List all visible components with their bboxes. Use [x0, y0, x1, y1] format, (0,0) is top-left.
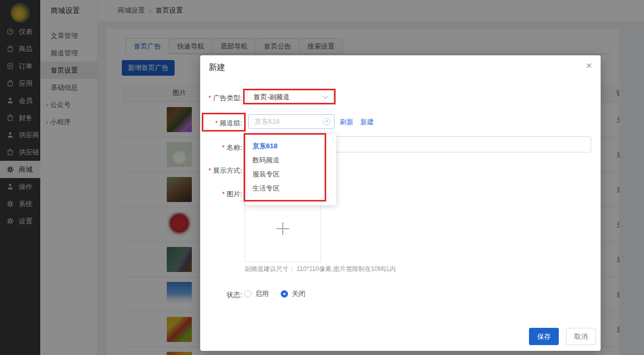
- cancel-button[interactable]: 取消: [566, 328, 596, 345]
- upload-hint: 副频道建议尺寸： 110*110像素,图片需限制在10M以内: [245, 265, 396, 274]
- chevron-down-icon: [323, 94, 328, 99]
- dropdown-option-clothing[interactable]: 服装专区: [246, 167, 336, 181]
- radio-icon: [244, 290, 251, 298]
- dropdown-option-jd618[interactable]: 京东618: [246, 139, 336, 153]
- display-mode-label: 展示方式:: [200, 166, 242, 175]
- channel-group-actions: 刷新 新建: [340, 115, 374, 129]
- clear-input-icon[interactable]: ✕: [323, 118, 330, 125]
- app-root: 仪表 商品 订单 应用 会员 财务: [0, 0, 644, 355]
- channel-group-input[interactable]: 京东618 ✕: [248, 114, 335, 129]
- radio-checked-icon: [281, 290, 288, 298]
- name-label: 名称:: [200, 143, 242, 152]
- ad-type-value: 首页-副频道: [254, 93, 290, 101]
- create-modal: 新建 ✕ 广告类型: 首页-副频道 频道组: 京东618 ✕ 刷新 新建 名称:…: [200, 55, 601, 351]
- new-channel-link[interactable]: 新建: [360, 115, 374, 129]
- channel-group-value: 京东618: [255, 117, 280, 125]
- save-button[interactable]: 保存: [529, 328, 559, 345]
- plus-icon: [277, 222, 289, 235]
- dropdown-option-life[interactable]: 生活专区: [246, 181, 336, 195]
- channel-group-label: 频道组:: [200, 119, 242, 128]
- channel-group-dropdown: 京东618 数码频道 服装专区 生活专区: [246, 134, 336, 205]
- status-label: 状态:: [200, 290, 242, 300]
- dropdown-option-digital[interactable]: 数码频道: [246, 153, 336, 167]
- status-radio-enabled[interactable]: 启用: [244, 290, 269, 298]
- modal-title: 新建: [209, 62, 225, 73]
- refresh-link[interactable]: 刷新: [340, 115, 353, 129]
- close-icon[interactable]: ✕: [585, 62, 592, 69]
- status-radio-disabled[interactable]: 关闭: [281, 290, 305, 298]
- image-label: 图片:: [200, 190, 242, 199]
- ad-type-label: 广告类型:: [200, 93, 242, 103]
- image-upload-box[interactable]: [245, 195, 321, 262]
- ad-type-select[interactable]: 首页-副频道: [247, 90, 334, 104]
